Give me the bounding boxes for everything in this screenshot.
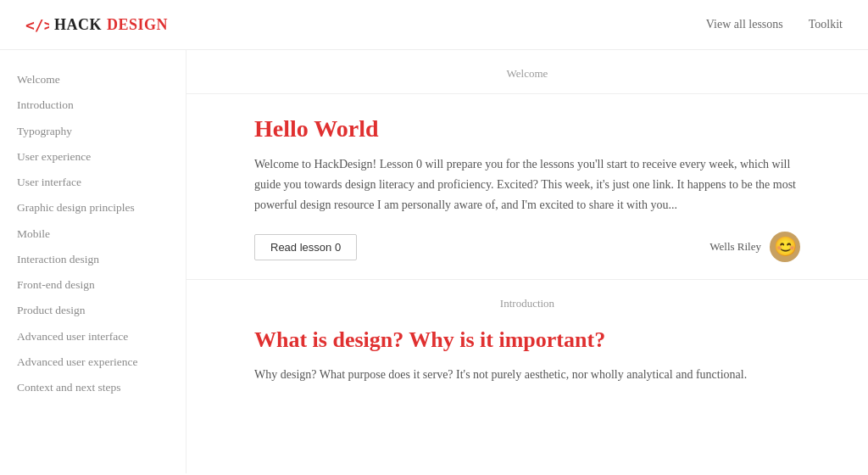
sidebar-item-advanced-ui[interactable]: Advanced user interface <box>17 324 169 349</box>
sidebar-item-interaction-design[interactable]: Interaction design <box>17 247 169 272</box>
lesson-card-hello-world: Hello World Welcome to HackDesign! Lesso… <box>186 94 868 280</box>
content: Welcome Hello World Welcome to HackDesig… <box>186 50 868 473</box>
avatar-emoji: 😊 <box>774 238 797 256</box>
sidebar-item-mobile[interactable]: Mobile <box>17 221 169 247</box>
lesson-title-what-is-design: What is design? Why is it important? <box>254 327 800 353</box>
logo-hack: HACK <box>54 16 102 34</box>
section-label-introduction: Introduction <box>186 280 868 310</box>
sidebar-item-user-experience[interactable]: User experience <box>17 144 169 170</box>
header-nav: View all lessons Toolkit <box>706 18 843 31</box>
lesson-description-hello-world: Welcome to HackDesign! Lesson 0 will pre… <box>254 154 800 215</box>
header: </> HACKDESIGN View all lessons Toolkit <box>0 0 868 50</box>
lesson-description-what-is-design: Why design? What purpose does it serve? … <box>254 365 800 385</box>
main-layout: Welcome Introduction Typography User exp… <box>0 50 868 473</box>
sidebar-item-introduction[interactable]: Introduction <box>17 92 169 118</box>
author-name: Wells Riley <box>709 240 761 254</box>
logo[interactable]: </> HACKDESIGN <box>25 15 168 34</box>
sidebar-item-user-interface[interactable]: User interface <box>17 170 169 195</box>
svg-text:</>: </> <box>25 16 49 34</box>
read-lesson-0-button[interactable]: Read lesson 0 <box>254 234 357 260</box>
sidebar-item-graphic-design[interactable]: Graphic design principles <box>17 195 169 221</box>
avatar: 😊 <box>770 232 800 262</box>
logo-icon: </> <box>25 15 49 34</box>
toolkit-link[interactable]: Toolkit <box>809 18 843 31</box>
author: Wells Riley 😊 <box>709 232 800 262</box>
section-label-welcome: Welcome <box>186 50 868 94</box>
sidebar: Welcome Introduction Typography User exp… <box>0 50 186 473</box>
sidebar-item-product-design[interactable]: Product design <box>17 298 169 323</box>
lesson-card-what-is-design: What is design? Why is it important? Why… <box>186 310 868 394</box>
sidebar-item-context[interactable]: Context and next steps <box>17 375 169 400</box>
view-all-lessons-link[interactable]: View all lessons <box>706 18 783 31</box>
sidebar-item-frontend-design[interactable]: Front-end design <box>17 272 169 298</box>
lesson-title-hello-world: Hello World <box>254 115 800 142</box>
sidebar-item-welcome[interactable]: Welcome <box>17 67 169 92</box>
sidebar-item-typography[interactable]: Typography <box>17 119 169 144</box>
logo-design: DESIGN <box>107 16 168 34</box>
sidebar-item-advanced-ux[interactable]: Advanced user experience <box>17 349 169 375</box>
lesson-footer: Read lesson 0 Wells Riley 😊 <box>254 232 800 262</box>
